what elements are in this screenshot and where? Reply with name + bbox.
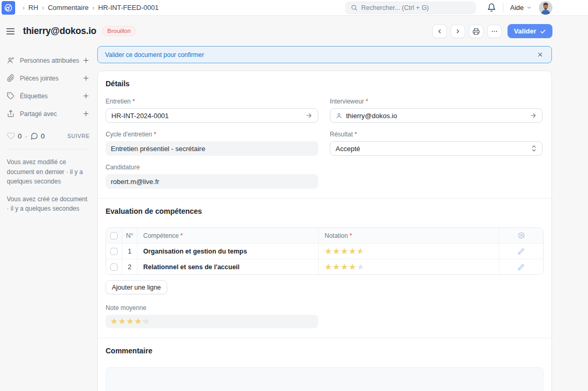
field-label: Cycle d'entretien * [106,131,318,138]
validate-button-label: Valider [514,27,536,35]
field-cycle-entretien: Cycle d'entretien * Entretien présentiel… [106,131,318,156]
rating-cell[interactable]: ★★★★★ ★★★★★ [319,259,499,274]
sidebar-item-tags[interactable]: Étiquettes [7,92,90,100]
field-label-text: Cycle d'entretien [106,131,152,138]
navbar-divider [503,3,503,12]
add-row-button[interactable]: Ajouter une ligne [106,280,167,294]
ellipsis-icon [491,28,498,35]
breadcrumb: › RH › Commentaire › HR-INT-FEED-0001 [22,4,158,12]
column-header-competence[interactable]: Compétence * [137,228,319,243]
global-search[interactable] [345,2,476,14]
star-rating[interactable]: ★★★★★ ★★★★★ [325,247,365,256]
skills-table: N° Compétence * Notation * [106,227,544,275]
star-rating-average: ★★★★★ ★★★★★ [110,317,151,326]
column-header-text: Notation [325,232,348,239]
add-tag-button[interactable] [82,92,90,100]
edit-row-button[interactable] [517,247,525,256]
chevron-down-icon [526,5,532,10]
breadcrumb-item-rh[interactable]: RH [28,4,38,12]
row-number: 2 [122,259,137,274]
comment-bubble-icon[interactable] [30,132,38,140]
field-label-text: Candidature [106,164,140,171]
help-label: Aide [510,4,524,12]
field-label: Résultat * [330,131,543,138]
sidebar-item-label: Partagé avec [20,110,82,118]
created-by-text[interactable]: Vous avez créé ce document · il y a quel… [7,194,90,214]
user-avatar[interactable] [539,1,552,15]
print-button[interactable] [469,25,483,38]
next-document-button[interactable] [451,25,465,38]
competence-cell[interactable]: Relationnel et sens de l'accueil [137,259,319,274]
sidebar-divider [7,149,90,150]
entretien-link-input[interactable]: HR-INT-2024-0001 [106,108,318,123]
add-attachment-button[interactable] [82,74,90,82]
breadcrumb-item-commentaire[interactable]: Commentaire [48,4,88,12]
close-icon[interactable] [536,51,544,59]
sidebar-item-label: Personnes attribuées [20,57,82,64]
add-share-button[interactable] [82,110,90,118]
field-label-text: Résultat [330,131,353,138]
sidebar-toggle-icon[interactable] [5,27,16,36]
column-header-text: Compétence [143,232,179,239]
entretien-value: HR-INT-2024-0001 [111,112,169,120]
add-assignment-button[interactable] [82,56,90,64]
stars-filled: ★★★★★ [325,263,356,271]
table-settings-button[interactable] [499,228,543,243]
edit-row-button[interactable] [517,263,525,271]
select-chevrons-icon [531,145,537,152]
search-input[interactable] [361,4,470,12]
section-title-details: Détails [106,79,544,88]
cycle-entretien-readonly-field: Entretien présentiel - secrétaire [106,141,318,156]
comment-text-editor[interactable] [106,367,544,391]
app-logo[interactable] [2,1,15,15]
section-skills: Evaluation de compétences N° Compétence … [98,198,551,338]
column-header-number: N° [122,228,137,243]
dokos-logo-icon [4,3,13,13]
rating-cell[interactable]: ★★★★★ ★★★★★ [319,244,499,259]
select-all-checkbox[interactable] [110,232,118,239]
follow-toggle[interactable]: SUIVRE [67,133,90,139]
row-checkbox[interactable] [110,263,118,271]
field-entretien: Entretien * HR-INT-2024-0001 [106,98,318,123]
resultat-select[interactable]: Accepté [330,141,543,156]
competence-cell[interactable]: Organisation et gestion du temps [137,244,319,259]
likes-count: 0 [18,132,22,140]
modified-by-text[interactable]: Vous avez modifié ce document en dernier… [7,157,90,187]
row-checkbox[interactable] [110,248,118,255]
sidebar-item-attachments[interactable]: Pièces jointes [7,74,90,82]
breadcrumb-item-document[interactable]: HR-INT-FEED-0001 [98,4,159,12]
row-number: 1 [122,244,137,259]
sidebar-item-assigned[interactable]: Personnes attribuées [7,56,90,64]
share-icon [7,110,15,118]
competence-name: Relationnel et sens de l'accueil [143,263,239,271]
header-actions: Valider [432,24,552,38]
assign-user-icon [7,56,15,64]
gear-icon [518,232,525,239]
candidature-readonly-field: robert.m@live.fr [106,174,318,189]
arrow-right-icon[interactable] [305,112,313,119]
section-details: Détails Entretien * HR-INT-2024-0001 [98,71,551,198]
required-marker: * [366,98,368,105]
search-icon [351,4,358,11]
field-label: Intervieweur * [330,98,543,105]
breadcrumb-separator: › [93,4,95,12]
required-marker: * [154,131,156,138]
more-actions-button[interactable] [487,25,502,38]
tag-icon [7,92,15,100]
sidebar-item-shared[interactable]: Partagé avec [7,110,90,118]
field-label: Entretien * [106,98,318,105]
stars-filled: ★★★★★ [325,247,361,256]
required-marker: * [350,232,352,239]
arrow-right-icon[interactable] [529,112,537,119]
star-rating[interactable]: ★★★★★ ★★★★★ [325,263,365,271]
intervieweur-value: thierry@dokos.io [346,112,397,120]
notifications-bell-icon[interactable] [487,3,496,12]
form-main: Valider ce document pour confirmer Détai… [97,46,552,391]
validate-button[interactable]: Valider [508,24,552,38]
previous-document-button[interactable] [432,25,447,38]
heart-icon[interactable] [7,132,15,140]
intervieweur-link-input[interactable]: thierry@dokos.io [330,108,543,123]
skills-table-header: N° Compétence * Notation * [106,228,543,243]
help-menu[interactable]: Aide [510,4,532,12]
column-header-rating[interactable]: Notation * [319,228,499,243]
